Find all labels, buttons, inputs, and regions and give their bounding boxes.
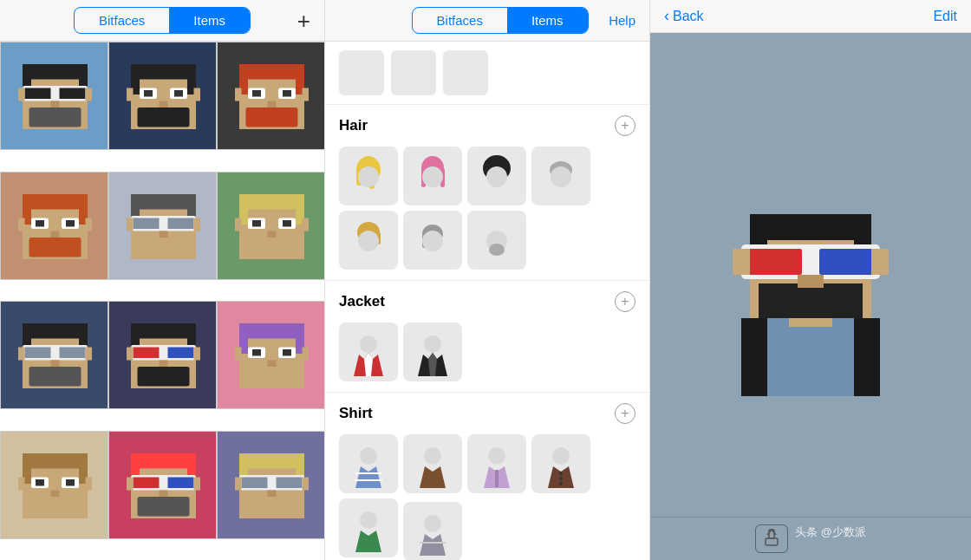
jacket-item-black[interactable] [403, 322, 462, 381]
svg-rect-111 [86, 477, 93, 490]
avatar-cell-1[interactable] [0, 42, 108, 150]
svg-rect-18 [144, 90, 153, 97]
avatar-cell-3[interactable] [217, 42, 324, 150]
hair-item-blonde-wavy[interactable] [339, 147, 398, 205]
svg-point-140 [422, 166, 443, 187]
hair-header: Hair + [325, 105, 649, 143]
mid-segmented-control: Bitfaces Items [412, 7, 589, 34]
back-button[interactable]: ‹ Back [664, 7, 704, 25]
jacket-header: Jacket + [325, 281, 649, 319]
mid-tab-bitfaces[interactable]: Bitfaces [413, 8, 507, 33]
jacket-add-button[interactable]: + [615, 291, 635, 312]
avatar-grid [0, 42, 324, 560]
hair-items-row [325, 143, 649, 280]
mid-header: Bitfaces Items Help [325, 0, 649, 42]
help-button[interactable]: Help [609, 13, 635, 28]
svg-rect-107 [36, 479, 44, 486]
avatar-cell-8[interactable] [108, 301, 217, 409]
shirt-add-button[interactable]: + [615, 403, 635, 424]
preview-thumb-3[interactable] [443, 50, 488, 95]
svg-rect-43 [66, 220, 75, 227]
svg-rect-54 [160, 231, 168, 238]
svg-point-150 [422, 231, 443, 251]
svg-rect-122 [194, 477, 201, 490]
svg-rect-78 [86, 348, 93, 361]
svg-rect-86 [168, 348, 194, 359]
hair-item-gray-short[interactable] [531, 147, 590, 205]
svg-point-136 [358, 166, 379, 187]
left-panel: Bitfaces Items + [0, 0, 325, 560]
svg-rect-31 [283, 90, 291, 97]
svg-rect-8 [51, 101, 60, 108]
shirt-item-blue-stripe[interactable] [339, 434, 398, 493]
svg-point-158 [424, 447, 441, 465]
svg-rect-89 [194, 348, 201, 361]
svg-rect-1 [23, 64, 88, 80]
svg-point-163 [559, 477, 563, 480]
share-icon [763, 529, 780, 546]
left-tab-items[interactable]: Items [169, 8, 250, 33]
svg-rect-74 [25, 348, 51, 359]
svg-rect-180 [733, 249, 750, 275]
avatar-cell-2[interactable] [108, 42, 217, 150]
add-button[interactable]: + [297, 10, 310, 32]
preview-thumb-2[interactable] [391, 50, 436, 95]
svg-rect-178 [819, 249, 876, 275]
share-button[interactable] [755, 524, 788, 553]
hair-item-blonde-short[interactable] [339, 211, 398, 270]
hair-item-gray-medium[interactable] [403, 211, 462, 270]
svg-rect-91 [239, 323, 304, 339]
shirt-item-green[interactable] [339, 498, 398, 557]
shirt-item-brown[interactable] [403, 434, 462, 493]
svg-rect-9 [18, 88, 25, 101]
svg-rect-22 [194, 88, 201, 101]
svg-rect-76 [51, 361, 60, 368]
svg-rect-113 [131, 453, 196, 469]
right-panel: ‹ Back Edit [650, 0, 971, 560]
shirt-items-row [325, 431, 649, 560]
mid-tab-items[interactable]: Items [507, 8, 588, 33]
avatar-cell-11[interactable] [108, 431, 217, 539]
shirt-item-brown-button[interactable] [531, 434, 590, 493]
avatar-cell-7[interactable] [0, 301, 108, 409]
svg-point-154 [424, 335, 441, 353]
avatar-cell-10[interactable] [0, 431, 108, 539]
svg-point-165 [360, 511, 377, 529]
svg-rect-110 [18, 477, 25, 490]
shirt-item-gray-stripe[interactable] [403, 502, 462, 560]
jacket-title: Jacket [339, 293, 385, 310]
svg-rect-30 [252, 90, 261, 97]
svg-rect-80 [131, 323, 196, 339]
svg-rect-108 [66, 479, 75, 486]
shirt-item-lavender[interactable] [467, 434, 526, 493]
hair-add-button[interactable]: + [615, 115, 635, 136]
svg-point-153 [360, 335, 377, 353]
svg-rect-15 [138, 107, 190, 127]
svg-rect-179 [798, 275, 824, 288]
svg-rect-116 [138, 497, 190, 517]
hair-item-beard-gray[interactable] [467, 211, 526, 270]
svg-rect-55 [127, 218, 134, 231]
mid-panel: Bitfaces Items Help Hair + [325, 0, 650, 560]
jacket-item-red[interactable] [339, 322, 398, 381]
svg-rect-119 [168, 477, 194, 488]
avatar-cell-12[interactable] [217, 431, 324, 539]
svg-rect-6 [25, 88, 51, 100]
avatar-cell-9[interactable] [217, 301, 324, 409]
avatar-cell-6[interactable] [217, 172, 324, 280]
edit-button[interactable]: Edit [933, 9, 957, 24]
svg-point-159 [488, 447, 505, 465]
hair-item-pink-long[interactable] [403, 147, 462, 205]
svg-rect-45 [18, 218, 25, 231]
svg-rect-69 [23, 323, 88, 339]
hair-item-black-afro[interactable] [467, 147, 526, 205]
svg-rect-21 [127, 88, 134, 101]
svg-rect-130 [268, 490, 277, 497]
left-tab-bitfaces[interactable]: Bitfaces [75, 8, 169, 33]
svg-rect-12 [131, 64, 196, 80]
avatar-cell-4[interactable] [0, 172, 108, 280]
svg-rect-85 [134, 348, 160, 359]
preview-thumb-1[interactable] [339, 50, 384, 95]
svg-rect-120 [160, 490, 168, 497]
avatar-cell-5[interactable] [108, 172, 217, 280]
